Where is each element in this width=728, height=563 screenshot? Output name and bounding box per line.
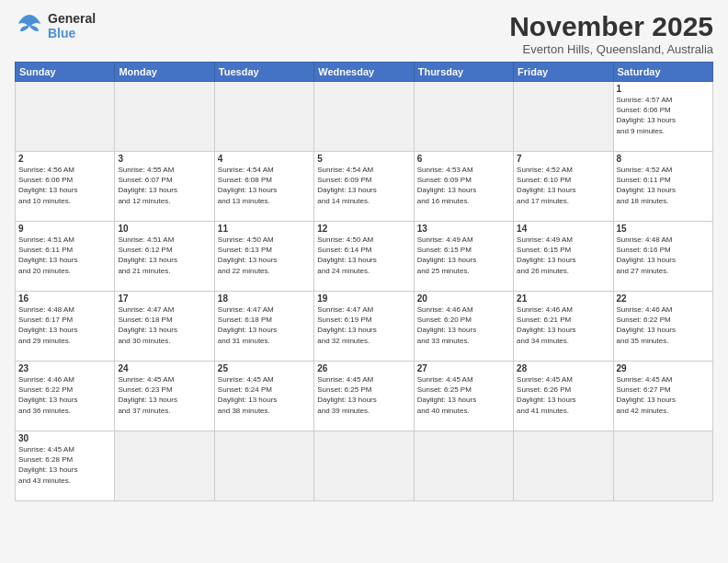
weekday-sunday: Sunday (16, 63, 115, 82)
day-info: Sunrise: 4:54 AM Sunset: 6:08 PM Dayligh… (218, 165, 311, 206)
page: General Blue November 2025 Everton Hills… (0, 0, 728, 563)
calendar-cell: 13Sunrise: 4:49 AM Sunset: 6:15 PM Dayli… (414, 222, 513, 292)
calendar-cell: 4Sunrise: 4:54 AM Sunset: 6:08 PM Daylig… (214, 152, 313, 222)
calendar-cell: 10Sunrise: 4:51 AM Sunset: 6:12 PM Dayli… (115, 222, 214, 292)
day-number: 11 (218, 224, 311, 234)
logo-bird-icon (15, 11, 44, 40)
day-info: Sunrise: 4:46 AM Sunset: 6:22 PM Dayligh… (617, 304, 710, 346)
calendar-cell: 7Sunrise: 4:52 AM Sunset: 6:10 PM Daylig… (514, 152, 613, 222)
weekday-tuesday: Tuesday (214, 63, 313, 82)
day-number: 12 (317, 224, 410, 234)
day-info: Sunrise: 4:47 AM Sunset: 6:18 PM Dayligh… (218, 304, 311, 346)
calendar-cell: 16Sunrise: 4:48 AM Sunset: 6:17 PM Dayli… (16, 292, 115, 362)
day-info: Sunrise: 4:46 AM Sunset: 6:22 PM Dayligh… (18, 374, 111, 416)
day-number: 9 (18, 224, 111, 234)
calendar-cell: 28Sunrise: 4:45 AM Sunset: 6:26 PM Dayli… (514, 362, 613, 431)
day-number: 19 (317, 293, 410, 304)
day-info: Sunrise: 4:51 AM Sunset: 6:11 PM Dayligh… (18, 235, 111, 276)
weekday-header-row: SundayMondayTuesdayWednesdayThursdayFrid… (16, 63, 713, 82)
day-number: 2 (18, 154, 111, 164)
calendar-cell (214, 431, 313, 501)
calendar-cell: 12Sunrise: 4:50 AM Sunset: 6:14 PM Dayli… (314, 222, 414, 292)
title-block: November 2025 Everton Hills, Queensland,… (509, 11, 713, 56)
day-info: Sunrise: 4:48 AM Sunset: 6:16 PM Dayligh… (617, 235, 710, 276)
day-number: 14 (517, 224, 609, 234)
day-number: 28 (517, 363, 609, 373)
calendar-cell: 19Sunrise: 4:47 AM Sunset: 6:19 PM Dayli… (314, 292, 414, 362)
calendar-cell: 5Sunrise: 4:54 AM Sunset: 6:09 PM Daylig… (314, 152, 414, 222)
day-info: Sunrise: 4:45 AM Sunset: 6:23 PM Dayligh… (118, 374, 210, 416)
calendar-cell: 2Sunrise: 4:56 AM Sunset: 6:06 PM Daylig… (16, 152, 115, 222)
calendar-cell (613, 431, 712, 501)
calendar-cell: 30Sunrise: 4:45 AM Sunset: 6:28 PM Dayli… (16, 431, 115, 501)
calendar-cell: 8Sunrise: 4:52 AM Sunset: 6:11 PM Daylig… (613, 152, 712, 222)
day-number: 4 (218, 154, 311, 164)
calendar-cell: 11Sunrise: 4:50 AM Sunset: 6:13 PM Dayli… (214, 222, 313, 292)
day-number: 20 (417, 293, 510, 304)
weekday-wednesday: Wednesday (314, 63, 414, 82)
day-number: 17 (118, 293, 210, 304)
day-number: 7 (517, 154, 609, 164)
day-info: Sunrise: 4:45 AM Sunset: 6:26 PM Dayligh… (517, 374, 609, 416)
calendar-cell: 22Sunrise: 4:46 AM Sunset: 6:22 PM Dayli… (613, 292, 712, 362)
day-info: Sunrise: 4:45 AM Sunset: 6:25 PM Dayligh… (417, 374, 510, 416)
day-number: 26 (317, 363, 410, 373)
day-info: Sunrise: 4:49 AM Sunset: 6:15 PM Dayligh… (417, 235, 510, 276)
day-info: Sunrise: 4:47 AM Sunset: 6:19 PM Dayligh… (317, 304, 410, 346)
day-number: 3 (118, 154, 210, 164)
day-number: 22 (617, 293, 710, 304)
calendar-cell (314, 431, 414, 501)
day-info: Sunrise: 4:48 AM Sunset: 6:17 PM Dayligh… (18, 304, 111, 346)
calendar-cell: 29Sunrise: 4:45 AM Sunset: 6:27 PM Dayli… (613, 362, 712, 431)
calendar-cell: 25Sunrise: 4:45 AM Sunset: 6:24 PM Dayli… (214, 362, 313, 431)
weekday-friday: Friday (514, 63, 613, 82)
day-number: 13 (417, 224, 510, 234)
calendar-cell: 6Sunrise: 4:53 AM Sunset: 6:09 PM Daylig… (414, 152, 513, 222)
day-number: 8 (617, 154, 710, 164)
day-info: Sunrise: 4:54 AM Sunset: 6:09 PM Dayligh… (317, 165, 410, 206)
day-number: 16 (18, 293, 111, 304)
day-number: 25 (218, 363, 311, 373)
subtitle: Everton Hills, Queensland, Australia (509, 42, 713, 56)
day-number: 10 (118, 224, 210, 234)
calendar-cell (514, 82, 613, 152)
day-info: Sunrise: 4:50 AM Sunset: 6:14 PM Dayligh… (317, 235, 410, 276)
weekday-saturday: Saturday (613, 63, 712, 82)
day-info: Sunrise: 4:49 AM Sunset: 6:15 PM Dayligh… (517, 235, 609, 276)
calendar-cell (16, 82, 115, 152)
calendar-cell: 20Sunrise: 4:46 AM Sunset: 6:20 PM Dayli… (414, 292, 513, 362)
calendar-cell: 23Sunrise: 4:46 AM Sunset: 6:22 PM Dayli… (16, 362, 115, 431)
day-number: 29 (617, 363, 710, 373)
calendar-cell: 24Sunrise: 4:45 AM Sunset: 6:23 PM Dayli… (115, 362, 214, 431)
calendar-cell: 9Sunrise: 4:51 AM Sunset: 6:11 PM Daylig… (16, 222, 115, 292)
logo-blue-text: Blue (48, 26, 96, 40)
weekday-monday: Monday (115, 63, 214, 82)
calendar-cell (414, 82, 513, 152)
day-info: Sunrise: 4:52 AM Sunset: 6:10 PM Dayligh… (517, 165, 609, 206)
day-number: 21 (517, 293, 609, 304)
day-info: Sunrise: 4:45 AM Sunset: 6:28 PM Dayligh… (18, 444, 111, 486)
day-number: 6 (417, 154, 510, 164)
day-info: Sunrise: 4:53 AM Sunset: 6:09 PM Dayligh… (417, 165, 510, 206)
day-number: 24 (118, 363, 210, 373)
day-info: Sunrise: 4:51 AM Sunset: 6:12 PM Dayligh… (118, 235, 210, 276)
day-number: 23 (18, 363, 111, 373)
day-number: 1 (617, 84, 710, 94)
day-info: Sunrise: 4:50 AM Sunset: 6:13 PM Dayligh… (218, 235, 311, 276)
calendar-cell (314, 82, 414, 152)
day-info: Sunrise: 4:57 AM Sunset: 6:06 PM Dayligh… (617, 95, 710, 136)
calendar-cell (214, 82, 313, 152)
logo: General Blue (15, 11, 96, 40)
calendar-cell: 26Sunrise: 4:45 AM Sunset: 6:25 PM Dayli… (314, 362, 414, 431)
calendar-cell (414, 431, 513, 501)
day-info: Sunrise: 4:45 AM Sunset: 6:25 PM Dayligh… (317, 374, 410, 416)
logo-general-text: General (48, 11, 96, 26)
day-info: Sunrise: 4:45 AM Sunset: 6:27 PM Dayligh… (617, 374, 710, 416)
day-info: Sunrise: 4:52 AM Sunset: 6:11 PM Dayligh… (617, 165, 710, 206)
day-number: 18 (218, 293, 311, 304)
calendar-cell: 1Sunrise: 4:57 AM Sunset: 6:06 PM Daylig… (613, 82, 712, 152)
calendar-cell (514, 431, 613, 501)
day-number: 27 (417, 363, 510, 373)
calendar-cell: 3Sunrise: 4:55 AM Sunset: 6:07 PM Daylig… (115, 152, 214, 222)
calendar-cell: 14Sunrise: 4:49 AM Sunset: 6:15 PM Dayli… (514, 222, 613, 292)
